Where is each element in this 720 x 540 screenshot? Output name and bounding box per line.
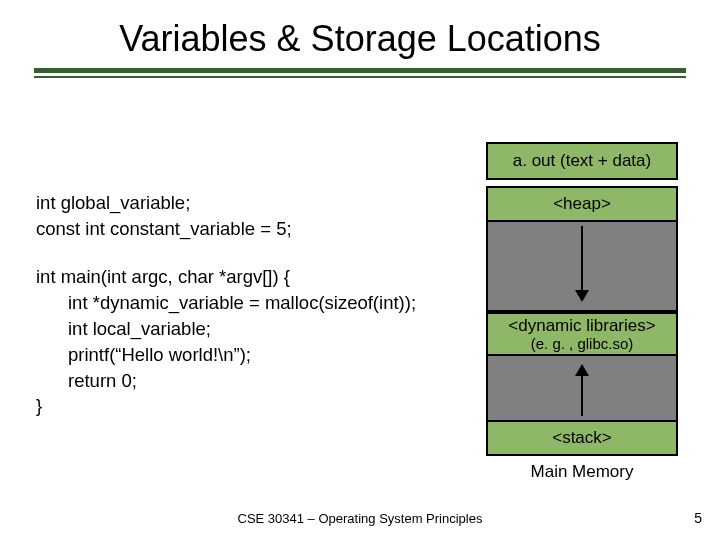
code-line: const int constant_variable = 5; xyxy=(36,216,292,242)
code-line: printf(“Hello world!\n”); xyxy=(36,342,416,368)
page-number: 5 xyxy=(694,510,702,526)
mem-dynlib: <dynamic libraries> (e. g. , glibc.so) xyxy=(486,312,678,356)
mem-dynlib-line2: (e. g. , glibc.so) xyxy=(531,335,634,352)
mem-gap-stack xyxy=(486,356,678,420)
mem-aout: a. out (text + data) xyxy=(486,142,678,180)
code-text: int *dynamic_variable = malloc(sizeof(in… xyxy=(68,292,416,313)
title-underline xyxy=(34,68,686,78)
memory-column: a. out (text + data) <heap> <dynamic lib… xyxy=(486,142,678,482)
mem-gap-heap xyxy=(486,222,678,312)
code-globals: int global_variable; const int constant_… xyxy=(36,190,292,242)
mem-heap: <heap> xyxy=(486,186,678,222)
code-main: int main(int argc, char *argv[]) { int *… xyxy=(36,264,416,419)
slide-title: Variables & Storage Locations xyxy=(0,0,720,60)
mem-caption: Main Memory xyxy=(486,462,678,482)
stack-grow-arrow xyxy=(575,364,589,416)
code-line: } xyxy=(36,393,416,419)
code-line: int global_variable; xyxy=(36,190,292,216)
slide: Variables & Storage Locations int global… xyxy=(0,0,720,540)
code-line: int main(int argc, char *argv[]) { xyxy=(36,264,416,290)
code-line: return 0; xyxy=(36,368,416,394)
footer-text: CSE 30341 – Operating System Principles xyxy=(0,511,720,526)
mem-stack: <stack> xyxy=(486,420,678,456)
code-text: int local_variable; xyxy=(68,318,211,339)
code-text: return 0; xyxy=(68,370,137,391)
heap-grow-arrow xyxy=(575,226,589,302)
code-line: int *dynamic_variable = malloc(sizeof(in… xyxy=(36,290,416,316)
code-line: int local_variable; xyxy=(36,316,416,342)
code-text: printf(“Hello world!\n”); xyxy=(68,344,251,365)
mem-dynlib-line1: <dynamic libraries> xyxy=(508,316,655,336)
